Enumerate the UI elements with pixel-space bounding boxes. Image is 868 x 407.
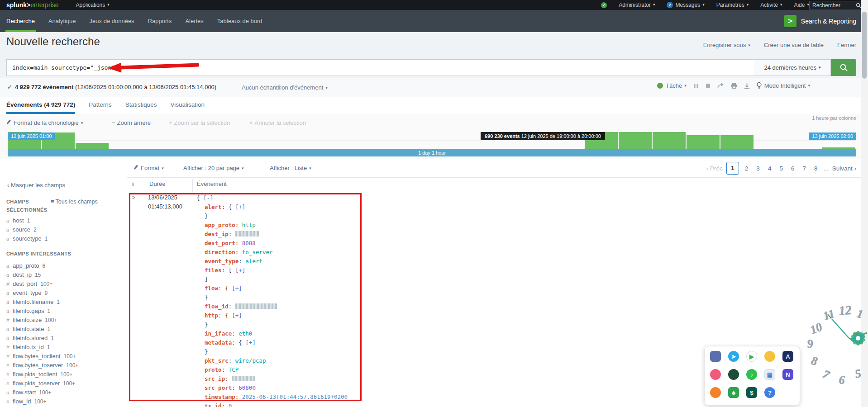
json-expand-toggle[interactable]: [+] (232, 285, 242, 292)
app-icon-navy-a[interactable]: A (782, 351, 793, 362)
app-icon-purple-n[interactable]: N (782, 369, 793, 380)
pager-next[interactable]: Suivant › (832, 165, 856, 172)
appnav-tab[interactable]: Alertes (184, 10, 204, 32)
app-icon-pink-circle[interactable] (710, 369, 721, 380)
app-icon-plant[interactable]: ♣ (728, 387, 739, 398)
global-search-input[interactable]: Rechercher (809, 1, 864, 9)
field-link[interactable]: host (13, 217, 24, 224)
print-button[interactable] (731, 83, 737, 89)
job-label: Tâche (666, 82, 682, 89)
field-link[interactable]: fileinfo.filename (13, 298, 53, 305)
header-action[interactable]: Créer une vue de table (764, 42, 824, 48)
search-mode-menu[interactable]: Mode Intelligent▾ (757, 82, 810, 89)
json-expand-toggle[interactable]: [+] (235, 204, 246, 210)
field-link[interactable]: fileinfo.size (13, 317, 42, 323)
field-link[interactable]: fileinfo.state (13, 326, 44, 332)
app-icon-cash[interactable]: $ (746, 387, 757, 398)
pager-page-5[interactable]: 5 (777, 165, 785, 172)
pager-page-6[interactable]: 6 (789, 165, 797, 172)
timeline-bar[interactable] (76, 143, 109, 149)
help-menu[interactable]: Aide▾ (794, 2, 809, 8)
zoom-selection-button[interactable]: +Zoom sur la sélection (169, 119, 249, 126)
scrollbar-thumb[interactable] (862, 12, 867, 79)
user-menu[interactable]: Administrator▾ (619, 2, 655, 8)
hide-fields-link[interactable]: ‹ Masquer les champs (7, 182, 65, 189)
appnav-tab[interactable]: Rapports (147, 10, 173, 32)
app-icon-green-circle[interactable]: ♪ (746, 369, 757, 380)
applications-menu[interactable]: Applications▾ (76, 2, 110, 8)
export-button[interactable] (744, 83, 750, 89)
json-expand-toggle[interactable]: [+] (232, 312, 242, 319)
stop-button[interactable] (706, 83, 711, 88)
field-link[interactable]: flow.pkts_toclient (13, 371, 57, 378)
app-icon-telegram[interactable]: ➤ (728, 351, 739, 362)
app-icon-plug[interactable]: ? (764, 387, 775, 398)
timeline-bar[interactable] (687, 135, 720, 149)
zoom-out-button[interactable]: −Zoom arrière (112, 119, 169, 126)
app-icon-orange-ball[interactable] (710, 387, 721, 398)
pager-page-3[interactable]: 3 (754, 165, 762, 172)
field-link[interactable]: sourcetype (13, 235, 42, 242)
timeline-bar[interactable] (653, 132, 686, 149)
share-button[interactable] (717, 83, 724, 89)
app-brand[interactable]: > Search & Reporting (784, 10, 856, 32)
field-link[interactable]: source (13, 226, 30, 233)
appnav-tab[interactable]: Jeux de données (89, 10, 135, 32)
job-menu[interactable]: iTâche▾ (657, 82, 687, 89)
pager-page-4[interactable]: 4 (766, 165, 774, 172)
view-type-menu[interactable]: Afficher : Liste▾ (270, 165, 311, 171)
field-link[interactable]: flow.bytes_toclient (13, 353, 61, 360)
app-icon-slate-square[interactable] (710, 351, 721, 362)
timeline-format-menu[interactable]: Format de la chronologie▾ (6, 119, 112, 126)
pager-page-2[interactable]: 2 (743, 165, 751, 172)
timeline-histogram[interactable]: 12 juin 2025 01:00 13 juin 2025 02:00 (8, 132, 856, 149)
json-expand-toggle[interactable]: [+] (245, 339, 256, 346)
pager-page-7[interactable]: 7 (800, 165, 808, 172)
event-expand-caret[interactable]: > (132, 194, 135, 201)
pause-button[interactable] (693, 83, 699, 89)
app-icon-darkgreen-circle[interactable] (728, 369, 739, 380)
app-icon-yellow-ball[interactable] (764, 351, 775, 362)
app-icon-calendar[interactable]: ▤ (764, 369, 775, 380)
appnav-tab[interactable]: Tableaux de bord (216, 10, 263, 32)
json-collapse-toggle[interactable]: [-] (203, 194, 214, 201)
results-tab[interactable]: Événements (4 929 772) (6, 97, 75, 114)
field-link[interactable]: flow.pkts_toserver (13, 380, 60, 387)
field-link[interactable]: flow_id (13, 398, 31, 405)
field-link[interactable]: fileinfo.tx_id (13, 344, 44, 350)
per-page-menu[interactable]: Afficher : 20 par page▾ (183, 165, 244, 171)
appnav-tab[interactable]: Recherche (5, 10, 36, 32)
run-search-button[interactable] (831, 59, 856, 76)
field-link[interactable]: dest_ip (13, 271, 32, 278)
results-tab[interactable]: Visualisation (170, 97, 205, 114)
json-token: : (232, 384, 238, 391)
json-expand-toggle[interactable]: [+] (235, 267, 246, 274)
field-link[interactable]: app_proto (13, 262, 39, 269)
results-tab[interactable]: Statistiques (125, 97, 157, 114)
format-menu[interactable]: Format▾ (134, 165, 164, 171)
splunk-logo[interactable]: splunk>enterprise (6, 1, 59, 9)
timeline-bar[interactable] (720, 135, 754, 149)
settings-menu[interactable]: Paramètres▾ (716, 2, 749, 8)
time-range-picker[interactable]: 24 dernières heures▾ (754, 59, 831, 76)
header-action[interactable]: Fermer (837, 42, 856, 48)
appnav-tab[interactable]: Analytique (48, 10, 77, 32)
activity-menu[interactable]: Activité▾ (760, 2, 782, 8)
deselect-button[interactable]: ×Annuler la sélection (249, 119, 306, 126)
event-sampling-menu[interactable]: Aucun échantillon d'événement▾ (242, 84, 328, 91)
results-tab[interactable]: Patterns (89, 97, 111, 114)
field-link[interactable]: fileinfo.gaps (13, 308, 44, 314)
all-fields-link[interactable]: ≡ Tous les champs (51, 199, 98, 205)
pager-page-1[interactable]: 1 (726, 162, 739, 175)
timeline-bar[interactable] (619, 132, 652, 149)
field-link[interactable]: flow.start (13, 389, 36, 396)
field-link[interactable]: dest_port (13, 280, 37, 287)
field-link[interactable]: flow.bytes_toserver (13, 362, 63, 369)
app-icon-green-play[interactable]: ▶ (746, 351, 757, 362)
field-link[interactable]: event_type (13, 289, 42, 296)
timeline-selection-bar[interactable]: 1 day 1 hour (8, 149, 856, 156)
messages-menu[interactable]: 2Messages▾ (667, 2, 704, 8)
pager-page-8[interactable]: 8 (812, 165, 820, 172)
field-link[interactable]: fileinfo.stored (13, 335, 48, 341)
header-action[interactable]: Enregistrer sous▾ (703, 42, 750, 48)
